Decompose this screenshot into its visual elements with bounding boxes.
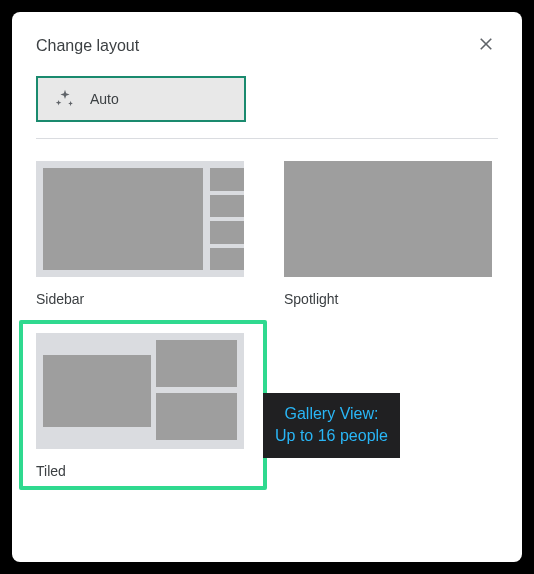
- spotlight-label: Spotlight: [284, 291, 498, 307]
- layout-option-auto[interactable]: Auto: [36, 76, 246, 122]
- close-icon: [477, 35, 495, 57]
- auto-row: Auto: [36, 76, 498, 122]
- sparkle-icon: [54, 88, 76, 110]
- change-layout-dialog: Change layout Auto: [12, 12, 522, 562]
- dialog-header: Change layout: [36, 34, 498, 58]
- layout-option-sidebar[interactable]: Sidebar: [36, 161, 250, 307]
- tiled-label: Tiled: [36, 463, 250, 479]
- auto-label: Auto: [90, 91, 119, 107]
- tooltip-line2: Up to 16 people: [275, 425, 388, 447]
- tiled-thumbnail: [36, 333, 244, 449]
- sidebar-thumbnail: [36, 161, 244, 277]
- tooltip-line1: Gallery View:: [275, 403, 388, 425]
- layout-option-tiled[interactable]: Tiled: [36, 333, 250, 479]
- tiled-tooltip: Gallery View: Up to 16 people: [263, 393, 400, 458]
- divider: [36, 138, 498, 139]
- sidebar-label: Sidebar: [36, 291, 250, 307]
- close-button[interactable]: [474, 34, 498, 58]
- dialog-title: Change layout: [36, 37, 139, 55]
- spotlight-thumbnail: [284, 161, 492, 277]
- layout-option-spotlight[interactable]: Spotlight: [284, 161, 498, 307]
